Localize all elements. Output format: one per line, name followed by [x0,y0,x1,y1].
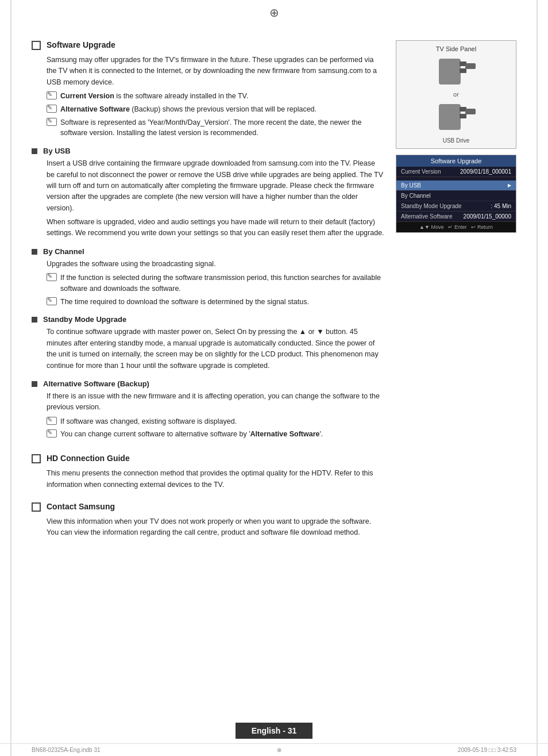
note-alt-software-1: If software was changed, existing softwa… [47,416,384,427]
standby-mode-subsection-title: Standby Mode Upgrade [43,315,126,324]
standby-mode-row: Standby Mode Upgrade : 45 Min [396,201,516,212]
tv-side-label: TV Side Panel [401,45,511,52]
hd-connection-title: HD Connection Guide [47,454,130,463]
footer-move: ▲▼ Move [419,224,443,230]
by-usb-body: Insert a USB drive containing the firmwa… [47,158,384,214]
bottom-compass-icon: ⊕ [277,747,281,753]
contact-samsung-title: Contact Samsung [47,502,115,511]
alt-software-value: 2009/01/15_00000 [464,213,511,220]
page-container: ⊕ TV Side Panel [0,0,548,756]
square-bullet-2 [32,249,37,255]
note-alt-software-2: You can change current software to alter… [47,429,384,440]
software-upgrade-body: Samsung may offer upgrades for the TV's … [47,55,384,88]
by-usb-arrow: ▶ [508,183,511,188]
footer-return: ↩ Return [471,224,493,230]
sw-upgrade-ui-box: Software Upgrade Current Version 2009/01… [396,155,516,233]
standby-mode-value: : 45 Min [491,203,511,209]
hd-connection-body: This menu presents the connection method… [47,468,384,490]
square-bullet-4 [32,381,37,387]
note-pencil-icon-7 [47,429,57,438]
note-pencil-icon-4 [47,273,57,281]
tv-body-1 [439,59,461,85]
note-software-date-text: Software is represented as 'Year/Month/D… [60,117,384,139]
note-pencil-icon-6 [47,417,57,425]
software-upgrade-title: Software Upgrade [47,40,115,49]
note-by-channel-2: The time required to download the softwa… [47,297,384,308]
footer-left-text: BN68-02325A-Eng.indb 31 [32,747,101,753]
footer-enter: ↵ Enter [448,224,466,230]
main-content: Software Upgrade Samsung may offer upgra… [32,40,384,539]
note-pencil-icon-3 [47,118,57,126]
standby-mode-label: Standby Mode Upgrade [401,203,462,209]
note-current-version-bold: Current Version [60,92,114,100]
or-text: or [453,91,459,98]
binding-line-right [537,0,538,756]
checkbox-icon-3 [32,502,41,512]
tv-body-2 [439,104,461,130]
note-alt-software-rest: (Backup) shows the previous version that… [130,105,317,113]
alt-software-heading: Alternative Software (Backup) [32,379,384,388]
alt-software-subsection-title: Alternative Software (Backup) [43,379,149,388]
note-alt-software-text: Alternative Software (Backup) shows the … [60,104,317,115]
alt-software-row: Alternative Software 2009/01/15_00000 [396,212,516,222]
note-alt-software-1-text: If software was changed, existing softwa… [60,416,237,427]
right-panel: TV Side Panel o [396,40,516,233]
contact-samsung-body: View this information when your TV does … [47,516,384,539]
alt-software-body: If there is an issue with the new firmwa… [47,391,384,413]
port-1b [460,68,466,73]
note-by-channel-1: If the function is selected during the s… [47,273,384,294]
square-bullet-1 [32,148,37,154]
by-usb-body2: When software is upgraded, video and aud… [47,217,384,239]
by-channel-label: By Channel [401,193,431,199]
contact-samsung-heading: Contact Samsung [32,502,384,512]
by-usb-heading: By USB [32,147,384,155]
footer-right-text: 2009-05-19 □□ 3:42:53 [458,747,516,753]
checkbox-icon-2 [32,454,41,463]
tv-connector-row-2 [439,101,473,133]
port-2b [460,114,466,118]
current-version-row: Current Version 2009/01/18_000001 [396,167,516,177]
by-channel-item: By Channel [396,191,516,201]
current-version-label: Current Version [401,168,441,175]
by-usb-label: By USB [401,182,421,189]
usb-drive-label: USB Drive [443,137,470,144]
note-by-channel-2-text: The time required to download the softwa… [60,297,309,308]
page-footer: English - 31 [0,723,548,739]
usb-drive-1 [465,63,476,69]
note-alt-software-2-text: You can change current software to alter… [60,429,323,440]
current-version-value: 2009/01/18_000001 [460,168,511,175]
note-alt-software-bold: Alternative Software [60,105,130,113]
checkbox-icon-1 [32,41,41,50]
usb-drive-2 [465,109,476,114]
note-pencil-icon-1 [47,91,57,99]
note-software-date: Software is represented as 'Year/Month/D… [47,117,384,139]
sw-footer: ▲▼ Move ↵ Enter ↩ Return [396,222,516,232]
by-channel-heading: By Channel [32,247,384,256]
tv-shape-2 [439,101,473,133]
note-pencil-icon-2 [47,105,57,113]
note-pencil-icon-5 [47,297,57,305]
by-channel-body: Upgrades the software using the broadcas… [47,259,384,270]
sw-upgrade-title: Software Upgrade [396,155,516,167]
standby-mode-body: To continue software upgrade with master… [47,327,384,371]
tv-diagram: or USB Drive [401,56,511,144]
bottom-bar: BN68-02325A-Eng.indb 31 ⊕ 2009-05-19 □□ … [0,743,548,756]
tv-shape-1 [439,56,473,87]
top-compass-icon: ⊕ [269,6,279,20]
tv-side-panel-box: TV Side Panel o [396,40,516,149]
standby-mode-heading: Standby Mode Upgrade [32,315,384,324]
page-number-box: English - 31 [236,723,313,739]
square-bullet-3 [32,317,37,323]
note-alt-software: Alternative Software (Backup) shows the … [47,104,384,115]
hd-connection-heading: HD Connection Guide [32,454,384,463]
binding-line-left [10,0,11,756]
note-alt-software-bold-end: Alternative Software [250,430,320,438]
tv-connector-row-1 [439,56,473,87]
note-current-version: Current Version is the software already … [47,91,384,102]
alt-software-label: Alternative Software [401,213,453,220]
by-usb-item: By USB ▶ [396,181,516,191]
note-current-version-rest: is the software already installed in the… [114,92,248,100]
by-usb-subsection-title: By USB [43,147,71,155]
software-upgrade-heading: Software Upgrade [32,40,384,50]
by-channel-subsection-title: By Channel [43,247,84,256]
